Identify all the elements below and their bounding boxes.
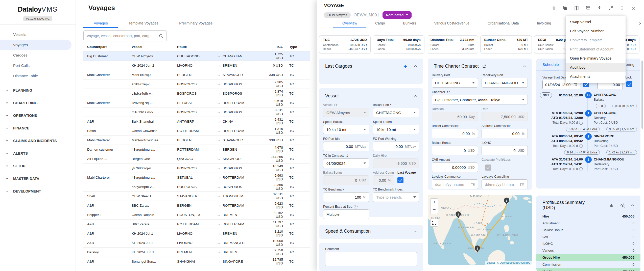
speed-ballast-select[interactable]: 10 kn 10 mt [323,125,369,134]
sidebar-item[interactable]: Voyages [0,40,71,50]
cve-amount-input[interactable]: 0.00000USD [432,162,478,172]
external-link-icon[interactable] [482,64,486,68]
osm-link[interactable]: OpenStreetMap [500,261,518,264]
table-row[interactable]: Air Liquide ... Bergen One QINGDAO → SIN… [83,154,310,164]
charterer-select[interactable]: Big Customer, Charterer, 45999, Tokyo [432,95,528,104]
calculate-pl-checkbox[interactable] [485,165,491,171]
panel-tab[interactable]: Cargo [366,19,394,28]
sidebar-section[interactable]: ▾DEVELOPMENT [0,185,76,198]
search-input[interactable] [87,34,159,38]
table-row[interactable]: Mabl Charterer 43yrgntdmu-v... SETUBAL →… [83,173,310,182]
sidebar-section[interactable]: ▾SETUP [0,160,76,172]
tc-benchmark-input[interactable]: 100% [323,192,369,202]
broker-commission-input[interactable]: 0.00% [432,129,478,138]
table-row[interactable]: v3plxz4gfh-v... BOSPOROS → BOSPOROS 9,87… [83,89,310,98]
carto-link[interactable]: © CARTO [518,261,530,264]
route-map[interactable]: CHINA NEPAL BANGLADESH INDIA MYANMAR LAO… [428,195,532,265]
table-row[interactable]: Mabl Charterer Mabl-vx46vc2usa BERGEN → … [83,136,310,145]
ballast-port-select[interactable]: CHITTAGONG [373,108,419,117]
lock-checkbox[interactable] [626,81,632,87]
main-tab[interactable]: Template Voyages [118,19,169,28]
table-row[interactable]: Baffin Ocean Clownfish ROTTERDAM → ROTTE… [83,126,310,136]
sidebar-section[interactable]: ▾CHARTERING [0,97,76,109]
table-row[interactable]: Damen customer 43yrgntdmu-v... ROTTERDAM… [83,145,310,154]
schedule-stop[interactable]: 0 d 0.00 kn | 0 nm ATA 01/06/24, 12:00 A… [540,104,637,125]
address-commission-input[interactable]: 0.00% [482,129,528,138]
panel-tab[interactable]: Overview [333,19,366,28]
menu-item[interactable]: Open Preliminary Voyage [566,54,626,63]
laydays-commence-input[interactable]: dd/mm/yy hh:mm [432,179,478,189]
laydays-cancelling-input[interactable]: dd/mm/yy hh:mm [482,179,528,189]
collapse-icon[interactable] [414,94,417,98]
table-row[interactable]: A&R KH 2024 Jul 1 LIVORNO → BREMEN 1,210… [83,229,310,238]
tc-benchmark-index-select[interactable]: Type to search. [373,192,419,202]
percent-extra-input[interactable]: Multiple [323,209,369,219]
leaflet-link[interactable]: Leaflet | © [487,261,500,264]
menu-item[interactable]: Edit Voyage Number... [566,26,626,36]
comment-input[interactable] [325,252,417,266]
table-row[interactable]: Shell OEW Steel 1 STAVANGER → TRONDHEIM … [83,192,310,201]
sidebar-item[interactable]: Vessels [0,29,71,40]
panel-tab[interactable]: Various Cost/Revenue [425,19,479,28]
collapse-icon[interactable] [522,65,526,68]
menu-item[interactable]: Swap Vessel [566,17,626,26]
expand-icon[interactable] [414,230,417,233]
calendar-icon[interactable] [520,182,524,186]
delete-icon[interactable] [551,5,557,11]
compare-documents-icon[interactable] [574,5,580,11]
table-row[interactable]: → [83,266,310,271]
main-tab[interactable]: Preliminary Voyages [169,19,223,28]
menu-item[interactable]: Convert to Template... [566,36,626,45]
sidebar-item[interactable]: Cargoes [0,50,71,60]
redelivery-port-select[interactable]: CHANGJIANGKOU [482,78,528,88]
kebab-menu-icon[interactable] [619,5,625,11]
table-row[interactable]: Shipper 1 Ocean Dolphin HOUSTON, TX → BR… [83,210,310,220]
tc-in-contract-select[interactable]: 01/05/2024 [323,158,369,168]
fo-port-idle-input[interactable]: 0.00MT/day [323,142,369,151]
table-row[interactable]: Big Customer OEW Almyros CHITTAGONG → CH… [83,51,310,61]
fo-port-working-input[interactable]: 0.00MT/day [373,142,419,151]
table-row[interactable]: A&R Sonangol Sun... SHANGHAI → SINGAPORE… [83,257,310,266]
external-link-icon[interactable] [345,154,348,157]
calendar-icon[interactable] [470,182,475,186]
voyage-search[interactable] [83,30,167,41]
schedule-stop[interactable]: 6.37 d + 0.45 d Extra 9.35 kn | 1,530 nm… [540,127,637,148]
table-row[interactable]: yk7680i2oj-v... BOSPOROS → BOSPOROS 10,2… [83,164,310,173]
close-icon[interactable] [630,5,636,11]
menu-item[interactable]: Print Statement of Account... [566,45,626,54]
sidebar-section[interactable]: ▾ALERTS [0,147,76,160]
table-row[interactable]: Mabl Charterer jizdvbbg7ej-... SETUBAL →… [83,98,310,107]
collapse-icon[interactable] [631,204,634,207]
sidebar-item[interactable]: Port Calls [0,60,71,71]
last-voyage-checkbox[interactable] [397,177,403,183]
add-cargo-button[interactable]: + [403,64,407,69]
table-row[interactable]: A&R BBC Zarate BERGEN → ROTTERDAM 9,623 … [83,201,310,210]
collapse-icon[interactable] [414,65,417,68]
sidebar-section[interactable]: ▾MASTER DATA [0,172,76,185]
pdf-export-icon[interactable]: PDF [585,5,591,11]
menu-item[interactable]: Attachments [566,72,626,81]
panel-scrollbar[interactable] [641,61,643,129]
table-row[interactable]: Mabl Charterer Mabl-i9kcsj0... BERGEN → … [83,70,310,79]
table-row[interactable]: KH 2024 Jun 2 LIVORNO → BREMEN 0 USD TC [83,61,310,70]
sidebar-section[interactable]: ▾PLANNING [0,84,76,97]
external-link-icon[interactable] [334,103,337,107]
chart-search-icon[interactable] [620,203,625,208]
schedule-stop[interactable]: GMT01/06/24, 12:00 B CHITTAGONG Ballast [540,92,637,102]
table-row[interactable]: Dataloy KH 2024 Jun 1 BREMEN → BREMEN 9,… [83,248,310,257]
sidebar-item[interactable]: Distance Table [0,71,71,81]
table-row[interactable]: A&R BBC Zarate ROTTERDAM → ROTTERDAM 11,… [83,220,310,229]
sidebar-section[interactable]: ▾CLAIMS AND INCIDENTS [0,134,76,147]
speed-laden-select[interactable]: 10 kn 10 mt [373,125,419,134]
table-row[interactable]: A&R KH 2024 Jul 1 LIVORNO → BREMANGER 10… [83,238,310,248]
sidebar-section[interactable]: ▾OPERATIONS [0,109,76,122]
bar-chart-icon[interactable] [609,203,614,208]
main-tab[interactable]: Voyages [83,19,118,28]
schedule-tab[interactable]: Schedule [542,59,559,70]
quick-actions-icon[interactable] [596,5,602,11]
table-row[interactable]: A&R Bulk Shanghai ANTWERP → CHINA 9,431 … [83,117,310,126]
table-row[interactable]: m1u13i1z78-v... BOSPOROS → BOSPOROS 8,01… [83,107,310,117]
external-link-icon[interactable] [447,91,450,94]
table-row[interactable]: al2ksi6xej-v... BOSPOROS → BOSPOROS 7,30… [83,79,310,89]
status-dropdown[interactable]: Nominated [383,11,412,19]
